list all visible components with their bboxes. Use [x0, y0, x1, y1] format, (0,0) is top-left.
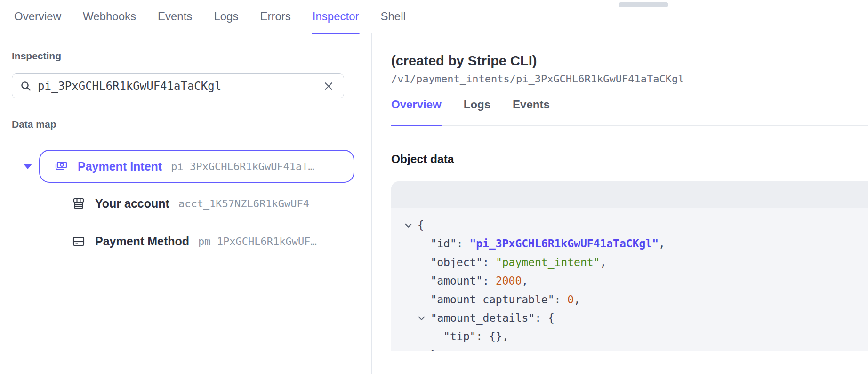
object-title: (created by Stripe CLI): [391, 53, 868, 69]
object-detail-tabs: OverviewLogsEvents: [391, 96, 868, 126]
tab-errors[interactable]: Errors: [260, 0, 290, 33]
object-detail-panel: (created by Stripe CLI) /v1/payment_inte…: [372, 33, 868, 374]
object-api-path: /v1/payment_intents/pi_3PxGCHL6R1kGwUF41…: [391, 73, 868, 85]
tree-item-id: pi_3PxGCHL6R1kGwUF41aT…: [171, 161, 314, 172]
selected-node-box[interactable]: Payment Intentpi_3PxGCHL6R1kGwUF41aT…: [39, 150, 354, 183]
tree-item-payment-method[interactable]: Payment Methodpm_1PxGCHL6R1kGwUF…: [12, 225, 371, 258]
json-code-line: {: [404, 216, 868, 235]
inspector-sidebar: Inspecting Data map Payment Intentpi_3: [0, 33, 372, 374]
data-map-tree: Payment Intentpi_3PxGCHL6R1kGwUF41aT…You…: [12, 150, 371, 258]
json-viewer-toolbar: [391, 181, 868, 208]
tab-shell[interactable]: Shell: [380, 0, 405, 33]
storefront-icon: [72, 196, 86, 211]
object-data-heading: Object data: [391, 153, 868, 166]
object-json-viewer: { "id": "pi_3PxGCHL6R1kGwUF41aTaCKgl", "…: [391, 181, 868, 351]
search-icon: [20, 81, 32, 92]
top-nav-tabs: OverviewWebhooksEventsLogsErrorsInspecto…: [14, 0, 406, 33]
json-code-line: "amount_details": {: [404, 309, 868, 327]
scrollbar-thumb[interactable]: [619, 2, 668, 7]
clear-search-button[interactable]: [321, 79, 336, 93]
data-map-label: Data map: [12, 119, 371, 130]
tab-events[interactable]: Events: [158, 0, 192, 33]
tab-overview[interactable]: Overview: [14, 0, 61, 33]
inspect-search-input[interactable]: [38, 80, 321, 93]
detail-tab-events[interactable]: Events: [513, 96, 550, 125]
banknote-icon: [53, 159, 68, 174]
tree-item-label: Payment Intent: [78, 160, 162, 173]
inspect-search-box[interactable]: [12, 73, 344, 98]
tab-inspector[interactable]: Inspector: [313, 0, 359, 33]
json-code-line: "tip": {},: [404, 327, 868, 346]
close-icon: [323, 81, 334, 91]
tree-item-id: pm_1PxGCHL6R1kGwUF…: [198, 236, 317, 247]
json-code-line: "id": "pi_3PxGCHL6R1kGwUF41aTaCKgl",: [404, 235, 868, 253]
tab-webhooks[interactable]: Webhooks: [83, 0, 136, 33]
json-code-line: "amount_capturable": 0,: [404, 291, 868, 309]
tree-item-payment-intent[interactable]: Payment Intentpi_3PxGCHL6R1kGwUF41aT…: [12, 150, 371, 183]
credit-card-icon: [72, 234, 86, 248]
inspecting-label: Inspecting: [12, 50, 371, 62]
detail-tab-overview[interactable]: Overview: [391, 96, 442, 125]
tree-item-label: Payment Method: [95, 235, 189, 248]
tree-item-your-account[interactable]: Your accountacct_1K57NZL6R1kGwUF4: [12, 187, 371, 220]
expand-chevron-icon[interactable]: [418, 314, 426, 322]
json-code: { "id": "pi_3PxGCHL6R1kGwUF41aTaCKgl", "…: [391, 208, 868, 351]
tree-item-label: Your account: [95, 197, 169, 211]
top-nav-bar: OverviewWebhooksEventsLogsErrorsInspecto…: [0, 0, 868, 33]
expand-chevron-icon[interactable]: [404, 221, 412, 229]
json-code-line: "amount": 2000,: [404, 272, 868, 290]
json-code-line: },: [404, 346, 868, 351]
detail-tab-logs[interactable]: Logs: [464, 96, 490, 125]
json-code-line: "object": "payment_intent",: [404, 253, 868, 272]
tree-item-id: acct_1K57NZL6R1kGwUF4: [178, 198, 309, 210]
collapse-caret-icon[interactable]: [24, 164, 32, 169]
tab-logs[interactable]: Logs: [214, 0, 238, 33]
